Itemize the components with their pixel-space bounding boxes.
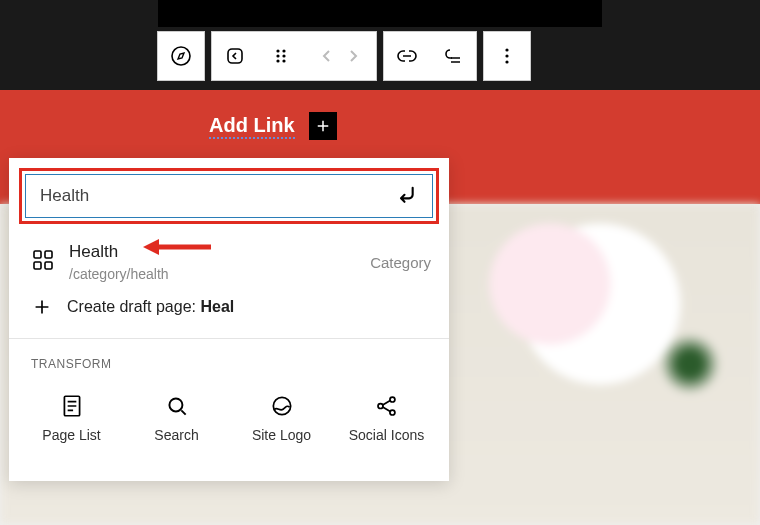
link-search-input[interactable] xyxy=(40,186,386,206)
transform-label-page-list: Page List xyxy=(42,427,100,445)
toolbar-group-link xyxy=(383,31,477,81)
toolbar-more-options-button[interactable] xyxy=(484,32,530,80)
svg-point-0 xyxy=(172,47,190,65)
svg-point-2 xyxy=(276,49,279,52)
toolbar-group-block-type xyxy=(157,31,205,81)
transform-page-list[interactable]: Page List xyxy=(19,387,124,451)
svg-point-9 xyxy=(505,54,508,57)
toolbar-block-type-button[interactable] xyxy=(158,32,204,80)
toolbar-move-right-button[interactable] xyxy=(330,32,376,80)
category-icon xyxy=(31,248,55,276)
search-input-wrap xyxy=(25,174,433,218)
search-highlight-box xyxy=(19,168,439,224)
svg-point-6 xyxy=(276,59,279,62)
annotation-arrow xyxy=(143,236,213,262)
svg-rect-11 xyxy=(34,251,41,258)
share-icon xyxy=(374,393,400,419)
svg-point-4 xyxy=(276,54,279,57)
submit-link-button[interactable] xyxy=(394,182,422,210)
transform-site-logo[interactable]: Site Logo xyxy=(229,387,334,451)
svg-rect-14 xyxy=(45,262,52,269)
transform-label-site-logo: Site Logo xyxy=(252,427,311,445)
toolbar-link-button[interactable] xyxy=(384,32,430,80)
plus-icon xyxy=(31,296,53,318)
drag-handle-icon xyxy=(269,44,293,68)
back-icon xyxy=(223,44,247,68)
svg-marker-16 xyxy=(143,239,159,255)
create-draft-term: Heal xyxy=(200,298,234,315)
transform-label-social-icons: Social Icons xyxy=(349,427,424,445)
add-block-button[interactable] xyxy=(309,112,337,140)
svg-rect-13 xyxy=(34,262,41,269)
result-path: /category/health xyxy=(69,266,356,282)
svg-point-20 xyxy=(378,404,383,409)
result-type-label: Category xyxy=(370,254,431,271)
chevron-right-icon xyxy=(341,44,365,68)
plus-icon xyxy=(314,117,332,135)
create-draft-prefix: Create draft page: xyxy=(67,298,200,315)
svg-point-18 xyxy=(169,398,182,411)
toolbar-group-more xyxy=(483,31,531,81)
svg-point-7 xyxy=(282,59,285,62)
toolbar-select-parent-button[interactable] xyxy=(212,32,258,80)
block-preview-strip xyxy=(158,0,602,27)
submenu-icon xyxy=(441,44,465,68)
svg-point-8 xyxy=(505,48,508,51)
create-draft-label: Create draft page: Heal xyxy=(67,298,234,316)
compass-icon xyxy=(169,44,193,68)
transform-social-icons[interactable]: Social Icons xyxy=(334,387,439,451)
toolbar-group-nav xyxy=(211,31,377,81)
transform-search[interactable]: Search xyxy=(124,387,229,451)
block-toolbar xyxy=(157,31,531,81)
link-popup-panel: Health /category/health Category Create … xyxy=(9,158,449,481)
link-icon xyxy=(395,44,419,68)
add-link-label[interactable]: Add Link xyxy=(209,114,295,139)
create-draft-page-button[interactable]: Create draft page: Heal xyxy=(9,282,449,332)
svg-point-21 xyxy=(389,397,394,402)
svg-rect-1 xyxy=(228,49,242,63)
more-options-icon xyxy=(495,44,519,68)
svg-point-10 xyxy=(505,60,508,63)
toolbar-submenu-button[interactable] xyxy=(430,32,476,80)
site-logo-icon xyxy=(269,393,295,419)
svg-rect-12 xyxy=(45,251,52,258)
transform-grid: Page List Search Site Logo Social Icons xyxy=(9,381,449,451)
svg-point-3 xyxy=(282,49,285,52)
svg-point-5 xyxy=(282,54,285,57)
toolbar-drag-handle[interactable] xyxy=(258,32,304,80)
add-link-row: Add Link xyxy=(209,112,337,140)
page-list-icon xyxy=(59,393,85,419)
enter-icon xyxy=(394,182,422,210)
svg-point-22 xyxy=(389,410,394,415)
search-result-item[interactable]: Health /category/health Category xyxy=(9,234,449,282)
transform-label-search: Search xyxy=(154,427,198,445)
search-icon xyxy=(164,393,190,419)
transform-heading: TRANSFORM xyxy=(9,339,449,381)
